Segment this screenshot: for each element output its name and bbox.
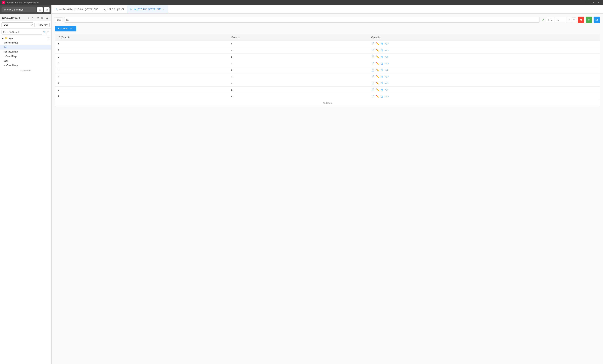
cell-value: a bbox=[229, 80, 369, 87]
view-icon[interactable]: 📄 bbox=[371, 88, 374, 91]
view-icon[interactable]: 📄 bbox=[371, 55, 374, 58]
connections-icon-button[interactable]: ⊞ bbox=[37, 7, 43, 12]
code-icon[interactable]: </> bbox=[385, 49, 389, 52]
view-icon[interactable]: 📄 bbox=[371, 75, 374, 78]
ttl-arrow-button[interactable]: ▼ bbox=[572, 18, 576, 22]
cell-id: 8 bbox=[55, 87, 229, 93]
home-icon-button[interactable]: ⌂ bbox=[27, 16, 30, 20]
key-name-bar: List ✓ TTL ✕ ▼ 🗑 ↻ </> bbox=[55, 17, 600, 23]
operation-icons: 📄 ✏️ 🗑 </> bbox=[371, 62, 597, 65]
tab-terminal-icon: >_ bbox=[104, 8, 106, 11]
ttl-input[interactable] bbox=[555, 17, 566, 23]
delete-icon[interactable]: 🗑 bbox=[381, 55, 383, 58]
delete-icon[interactable]: 🗑 bbox=[381, 42, 383, 45]
table-row: 5 b 📄 ✏️ 🗑 </> bbox=[55, 67, 600, 73]
cell-operations: 📄 ✏️ 🗑 </> bbox=[369, 67, 600, 73]
sidebar-item-andResultMap[interactable]: andResultMap bbox=[0, 41, 51, 45]
table-row: 9 a 📄 ✏️ 🗑 </> bbox=[55, 93, 600, 100]
sidebar-item-sign[interactable]: ▶ 📁 sign (2) bbox=[0, 36, 51, 41]
sidebar-item-user[interactable]: user bbox=[0, 58, 51, 63]
cell-id: 5 bbox=[55, 67, 229, 73]
close-button[interactable]: ✕ bbox=[596, 0, 601, 5]
refresh-icon-button[interactable]: ↻ bbox=[36, 16, 40, 20]
sidebar: New Connection ⊞ ⏱ 127.0.0.1@6379 ⌂ >_ ↻… bbox=[0, 5, 51, 364]
sidebar-item-notResultMap[interactable]: notResultMap bbox=[0, 49, 51, 54]
operation-icons: 📄 ✏️ 🗑 </> bbox=[371, 68, 597, 72]
close-tab-button[interactable]: ✕ bbox=[162, 8, 165, 11]
search-input[interactable] bbox=[1, 30, 42, 35]
sidebar-top-bar: New Connection ⊞ ⏱ bbox=[0, 5, 51, 14]
search-button[interactable]: 🔍 bbox=[43, 31, 46, 34]
delete-icon[interactable]: 🗑 bbox=[381, 62, 383, 65]
maximize-button[interactable]: ❐ bbox=[590, 0, 595, 5]
delete-icon[interactable]: 🗑 bbox=[381, 49, 383, 52]
edit-icon[interactable]: ✏️ bbox=[376, 95, 379, 98]
window-controls: — ❐ ✕ bbox=[585, 0, 601, 5]
code-icon[interactable]: </> bbox=[385, 55, 389, 58]
edit-icon[interactable]: ✏️ bbox=[376, 42, 379, 45]
db-select[interactable]: DB0 DB1 DB2 DB3 bbox=[1, 23, 33, 27]
terminal-icon-button[interactable]: >_ bbox=[31, 16, 35, 20]
code-icon[interactable]: </> bbox=[385, 88, 389, 91]
tab-list[interactable]: 🔍 list | 127.0.0.1@6379 | DB0 ✕ bbox=[127, 5, 168, 13]
new-connection-button[interactable]: New Connection bbox=[1, 7, 36, 12]
table-load-more[interactable]: load more bbox=[55, 100, 600, 106]
delete-icon[interactable]: 🗑 bbox=[381, 75, 383, 78]
cell-operations: 📄 ✏️ 🗑 </> bbox=[369, 60, 600, 67]
grid-icon-button[interactable]: ⊞ bbox=[41, 16, 44, 20]
code-icon[interactable]: </> bbox=[385, 82, 389, 85]
cell-id: 6 bbox=[55, 73, 229, 80]
delete-icon[interactable]: 🗑 bbox=[381, 82, 383, 85]
cell-operations: 📄 ✏️ 🗑 </> bbox=[369, 93, 600, 100]
edit-icon[interactable]: ✏️ bbox=[376, 55, 379, 58]
view-icon[interactable]: 📄 bbox=[371, 42, 374, 45]
code-icon[interactable]: </> bbox=[385, 75, 389, 78]
delete-icon[interactable]: 🗑 bbox=[381, 68, 383, 72]
view-icon[interactable]: 📄 bbox=[371, 68, 374, 72]
key-name-input[interactable] bbox=[64, 17, 540, 23]
refresh-key-button[interactable]: ↻ bbox=[586, 17, 592, 23]
code-icon[interactable]: </> bbox=[385, 62, 389, 65]
edit-icon[interactable]: ✏️ bbox=[376, 49, 379, 52]
table-row: 3 d 📄 ✏️ 🗑 </> bbox=[55, 54, 600, 60]
code-icon[interactable]: </> bbox=[385, 42, 389, 45]
view-icon[interactable]: 📄 bbox=[371, 62, 374, 65]
sidebar-item-list[interactable]: list bbox=[0, 45, 51, 49]
ttl-clear-button[interactable]: ✕ bbox=[567, 17, 571, 23]
table-row: 6 a 📄 ✏️ 🗑 </> bbox=[55, 73, 600, 80]
sidebar-item-orResultMap[interactable]: orResultMap bbox=[0, 54, 51, 58]
new-key-button[interactable]: + New Key bbox=[35, 23, 50, 27]
code-icon[interactable]: </> bbox=[385, 68, 389, 72]
edit-key-button[interactable]: </> bbox=[594, 17, 600, 23]
edit-icon[interactable]: ✏️ bbox=[376, 82, 379, 85]
col-header-id: ID (Total: 9) bbox=[55, 34, 229, 41]
minimize-button[interactable]: — bbox=[585, 0, 590, 5]
filter-button[interactable]: ☰ bbox=[47, 31, 50, 34]
sidebar-item-xorResultMap[interactable]: xorResultMap bbox=[0, 63, 51, 68]
cell-id: 2 bbox=[55, 47, 229, 54]
cell-operations: 📄 ✏️ 🗑 </> bbox=[369, 73, 600, 80]
delete-icon[interactable]: 🗑 bbox=[381, 88, 383, 91]
view-icon[interactable]: 📄 bbox=[371, 49, 374, 52]
tab-not-result-map[interactable]: 🔍 notResultMap | 127.0.0.1@6379 | DB0 bbox=[53, 5, 101, 13]
code-icon[interactable]: </> bbox=[385, 95, 389, 98]
main-content: 🔍 notResultMap | 127.0.0.1@6379 | DB0 >_… bbox=[52, 5, 603, 364]
sidebar-load-more[interactable]: load more bbox=[0, 68, 51, 73]
operation-icons: 📄 ✏️ 🗑 </> bbox=[371, 95, 597, 98]
delete-key-button[interactable]: 🗑 bbox=[578, 17, 584, 23]
tab-terminal[interactable]: >_ 127.0.0.1@6379 bbox=[101, 5, 127, 13]
edit-icon[interactable]: ✏️ bbox=[376, 68, 379, 72]
edit-icon[interactable]: ✏️ bbox=[376, 75, 379, 78]
edit-icon[interactable]: ✏️ bbox=[376, 62, 379, 65]
collapse-icon-button[interactable]: ▲ bbox=[45, 16, 49, 20]
view-icon[interactable]: 📄 bbox=[371, 95, 374, 98]
view-icon[interactable]: 📄 bbox=[371, 82, 374, 85]
add-new-line-button[interactable]: Add New Line bbox=[55, 26, 76, 32]
connection-header: 127.0.0.1@6379 ⌂ >_ ↻ ⊞ ▲ bbox=[0, 14, 51, 21]
delete-icon[interactable]: 🗑 bbox=[381, 95, 383, 98]
cell-value: f bbox=[229, 41, 369, 47]
edit-icon[interactable]: ✏️ bbox=[376, 88, 379, 91]
value-sort-icon[interactable]: ⇅ bbox=[238, 36, 240, 38]
settings-icon-button[interactable]: ⏱ bbox=[44, 7, 50, 12]
ttl-group: TTL ✕ ▼ bbox=[546, 17, 576, 23]
